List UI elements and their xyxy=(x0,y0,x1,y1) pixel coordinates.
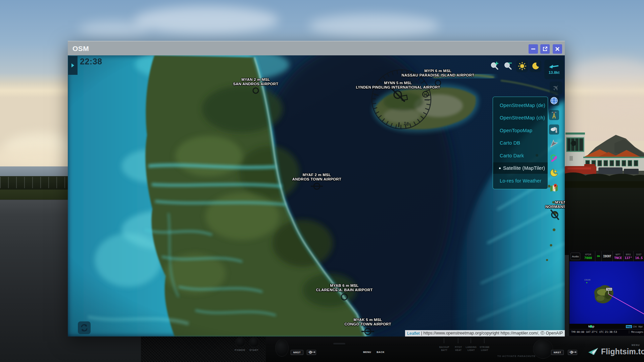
layer-lores-weather[interactable]: Lo-res for Weather xyxy=(493,175,548,187)
oat-value: 27°C xyxy=(592,330,598,333)
airplane-icon: ✈ xyxy=(550,82,562,94)
radio-tower-layer-button[interactable] xyxy=(549,110,559,120)
strobe-light-label: STROBE xyxy=(475,346,494,349)
ident-button[interactable]: IDENT xyxy=(603,255,611,258)
layer-carto-dark[interactable]: Carto Dark xyxy=(493,150,548,161)
marker-myab[interactable] xyxy=(341,294,347,300)
leaflet-link[interactable]: Leaflet xyxy=(407,331,420,336)
nrst-button-right[interactable]: NRST xyxy=(551,350,564,355)
traffic-target-icon xyxy=(586,282,587,283)
airport-label-myab[interactable]: MYAB 6 m MSL CLARENCE A. BAIN AIRPORT xyxy=(316,283,373,292)
cockpit-panel: POWER START NRST D MENU BACK BACKUP BATT… xyxy=(141,336,644,362)
magenta-course-line xyxy=(609,294,644,314)
weather-layer-button[interactable] xyxy=(549,124,559,135)
menu-button[interactable]: MENU xyxy=(361,350,373,354)
airport-label-myak[interactable]: MYAK 5 m MSL CONGO TOWN AIRPORT xyxy=(344,318,391,326)
zoom-out-icon xyxy=(504,62,512,70)
airplane-circle-icon xyxy=(550,154,558,163)
wind-indicator: 13.8kt xyxy=(544,60,564,79)
fms-knob-right[interactable] xyxy=(533,339,553,359)
leaflet-map[interactable]: 18 xyxy=(68,55,565,337)
osm-map-window[interactable]: OSM xyxy=(68,41,565,337)
chart-overlay: 18 xyxy=(68,55,565,337)
cloud xyxy=(79,21,149,37)
zoom-in-icon xyxy=(490,62,499,70)
airport-buildings-scene xyxy=(565,129,644,188)
close-button[interactable] xyxy=(553,44,562,54)
tab-cht[interactable]: Cht xyxy=(632,325,637,328)
paper-plane-icon xyxy=(588,348,599,356)
wind-arrow-icon xyxy=(549,64,559,69)
vehicle xyxy=(598,167,623,174)
direct-to-button[interactable]: D xyxy=(307,350,316,355)
flightsim-to-label: Flightsim.to xyxy=(601,347,644,356)
center-on-aircraft-button[interactable]: ✈ xyxy=(550,82,562,94)
backup-batt-switch[interactable] xyxy=(444,338,444,343)
messages-button[interactable]: Messages xyxy=(629,330,643,333)
radio-tower-icon xyxy=(550,111,558,119)
airport-label-myan[interactable]: MYAN 2 m MSL SAN ANDROS AIRPORT xyxy=(233,77,278,86)
marker-myen[interactable] xyxy=(551,210,559,220)
marker-myak[interactable] xyxy=(361,328,374,334)
globe-layer-button[interactable] xyxy=(549,96,559,106)
layer-opentopomap[interactable]: OpenTopoMap xyxy=(493,125,548,136)
strobe-light-switch[interactable] xyxy=(484,338,485,343)
refresh-button[interactable] xyxy=(78,321,91,334)
back-button[interactable]: BACK xyxy=(375,350,387,354)
marker-myan[interactable] xyxy=(253,88,258,93)
start-label: START xyxy=(247,349,261,352)
airports-layer-button[interactable] xyxy=(549,153,559,163)
sidebar-toggle[interactable] xyxy=(68,56,78,75)
marker-myaf[interactable] xyxy=(311,183,323,189)
pan-cursor-button[interactable] xyxy=(549,139,559,149)
moon-icon xyxy=(532,62,539,70)
day-mode-button[interactable] xyxy=(516,60,528,72)
tmr-label: TMR xyxy=(571,330,576,333)
audio-button[interactable]: Audio xyxy=(571,253,580,260)
popout-button[interactable] xyxy=(540,44,550,54)
brg-value: 137° xyxy=(625,256,632,260)
day-night-layer-button[interactable] xyxy=(549,168,559,178)
nrst-button[interactable]: NRST xyxy=(291,350,303,355)
zoom-out-button[interactable] xyxy=(503,61,513,71)
night-mode-button[interactable] xyxy=(530,60,541,72)
map-pin-icon xyxy=(550,183,558,192)
heliport-h: H xyxy=(424,93,427,97)
sun-icon xyxy=(518,62,526,70)
g1000-mfd[interactable]: Audio XPDR 7000 ON IDENT WPT TNCE BRG 13… xyxy=(569,251,644,339)
airport-label-mynn[interactable]: MYNN 5 m MSL LYNDEN PINDLING INTERNATION… xyxy=(356,81,440,90)
layer-satellite-maptiler[interactable]: Satellite (MapTiler) xyxy=(493,162,548,174)
xpdr-state: ON xyxy=(597,255,600,258)
mfd-status-bar: TMR 00:00 OAT 27°C UTC 21:38:53 Messages xyxy=(569,329,644,334)
direct-to-button-right[interactable]: D xyxy=(568,350,577,355)
fms-knob-left[interactable] xyxy=(275,339,289,357)
window-titlebar[interactable]: OSM xyxy=(68,41,565,56)
dist-value: 16.5 xyxy=(635,256,643,260)
minimize-button[interactable] xyxy=(529,44,538,54)
power-knob[interactable] xyxy=(235,337,245,347)
pitot-heat-switch[interactable] xyxy=(458,338,458,343)
landing-light-switch[interactable] xyxy=(470,338,471,343)
marker-mynn[interactable] xyxy=(391,88,407,102)
layer-openstreetmap-de[interactable]: OpenStreetMap (de) xyxy=(493,100,548,111)
window-title: OSM xyxy=(72,45,89,53)
airport-label-mypi[interactable]: MYPI 6 m MSL NASSAU PARADISE ISLAND AIRP… xyxy=(402,69,475,77)
tab-wpt[interactable]: Wpt xyxy=(638,325,643,328)
mfd-tabs[interactable]: Map Cht Wpt FPL xyxy=(626,325,644,328)
mfd-map-display[interactable]: TNCE CS100 xyxy=(569,261,644,324)
airport-label-myen[interactable]: MYEN 2 m MSL NORMANS CAY AIRPORT xyxy=(545,200,565,209)
traffic-label: CS100 xyxy=(584,279,590,281)
power-label: POWER xyxy=(233,349,247,352)
zoom-in-button[interactable] xyxy=(489,61,500,71)
waypoint-flag: TNCE xyxy=(606,288,612,291)
mfd-page-bar: Map Map Cht Wpt FPL xyxy=(569,324,644,329)
map-pin-layer-button[interactable] xyxy=(549,182,559,192)
tab-map[interactable]: Map xyxy=(626,325,632,328)
layer-openstreetmap-ch[interactable]: OpenStreetMap (ch) xyxy=(493,112,548,123)
map-attribution: Leaflet | https://www.openstreetmap.org/… xyxy=(405,330,565,337)
dist-label: DIST xyxy=(636,253,642,256)
start-knob[interactable] xyxy=(249,337,259,347)
tile-layer-menu[interactable]: OpenStreetMap (de) OpenStreetMap (ch) Op… xyxy=(493,97,548,189)
airport-label-myaf[interactable]: MYAF 2 m MSL ANDROS TOWN AIRPORT xyxy=(292,173,341,182)
layer-carto-db[interactable]: Carto DB xyxy=(493,137,548,149)
